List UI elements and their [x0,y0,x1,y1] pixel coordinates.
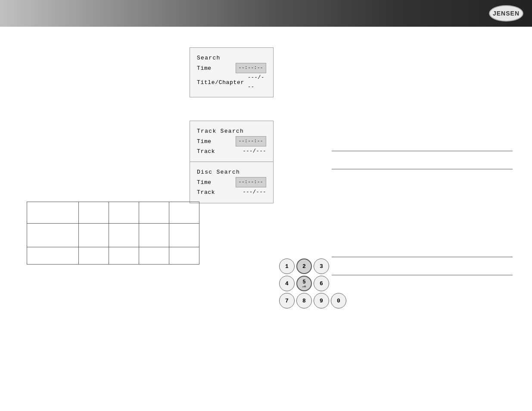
right-line-4 [332,275,513,275]
screen2-row1-label: Time [197,137,212,146]
table-cell [139,247,169,265]
keypad-btn-1[interactable]: 1 [279,258,295,274]
screen-box-2: Track Search Time --:--:-- Track ---/--- [190,121,274,162]
right-line-2 [332,169,513,169]
brand-name: JENSEN [493,10,520,17]
screen1-row2-label: Title/Chapter [197,78,244,87]
screen3-title: Disc Search [197,167,266,177]
screen3-row1-label: Time [197,177,212,187]
screen3-row2: Track ---/--- [197,187,266,197]
screen-box-1: Search Time --:--:-- Title/Chapter ---/-… [190,47,274,97]
table-cell [169,202,199,224]
screen2-title: Track Search [197,126,266,136]
screen2-time: --:--:-- [236,136,266,146]
screen3-row2-value: ---/--- [243,188,266,197]
screen1-row1: Time --:--:-- [197,63,266,73]
keypad-btn-0[interactable]: 0 [331,293,346,308]
keypad-btn-3[interactable]: 3 [314,258,329,274]
right-line-1 [332,151,513,151]
screen3-row2-label: Track [197,187,215,197]
screen1-row1-label: Time [197,63,212,73]
screen2-row2: Track ---/--- [197,146,266,156]
table-cell [169,247,199,265]
table-cell [27,247,79,265]
data-table [27,202,199,265]
screen3-time: --:--:-- [236,177,266,187]
screen1-row2: Title/Chapter ---/--- [197,73,266,92]
screen1-title: Search [197,53,266,63]
table-cell [79,224,109,247]
table-cell [139,202,169,224]
table-row [27,247,199,265]
keypad-5-sublabel: ↵m [302,285,306,288]
keypad-row-2: 4 5 ↵m 6 [279,276,346,291]
keypad-5-number: 5 [302,279,305,285]
keypad-row-3: 7 8 9 0 [279,293,346,308]
keypad-btn-7[interactable]: 7 [279,293,295,308]
keypad-btn-2[interactable]: 2 [296,258,312,274]
table-row [27,202,199,224]
table-row [27,224,199,247]
table-cell [79,247,109,265]
keypad-row-1: 1 2 3 [279,258,346,274]
table-cell [139,224,169,247]
table-cell [109,224,139,247]
table-cell [27,224,79,247]
screen2-row2-value: ---/--- [243,147,266,156]
right-line-3 [332,257,513,257]
table-cell [109,247,139,265]
keypad-btn-5[interactable]: 5 ↵m [296,276,312,291]
jensen-logo: JENSEN [489,5,523,22]
keypad-btn-9[interactable]: 9 [314,293,329,308]
table-cell [109,202,139,224]
keypad-btn-6[interactable]: 6 [314,276,329,291]
table-cell [169,224,199,247]
screen1-row2-value: ---/--- [248,73,266,92]
keypad-btn-4[interactable]: 4 [279,276,295,291]
screen-box-3: Disc Search Time --:--:-- Track ---/--- [190,162,274,203]
keypad-btn-8[interactable]: 8 [296,293,312,308]
screen2-row2-label: Track [197,146,215,156]
screen3-row1: Time --:--:-- [197,177,266,187]
table-cell [27,202,79,224]
header-bar: JENSEN [0,0,532,27]
screen2-row1: Time --:--:-- [197,136,266,146]
table-cell [79,202,109,224]
screen1-time: --:--:-- [236,63,266,73]
keypad: 1 2 3 4 5 ↵m 6 7 8 9 0 [279,258,346,310]
